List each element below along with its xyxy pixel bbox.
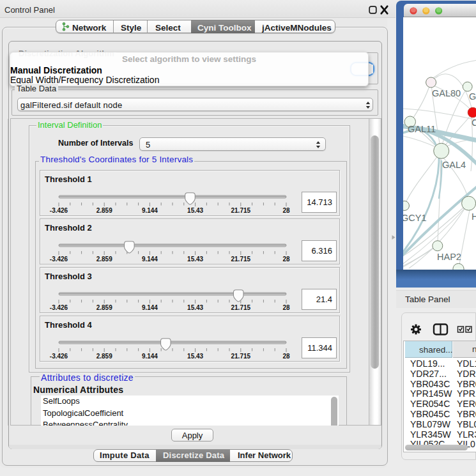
svg-text:H: H bbox=[472, 211, 476, 222]
svg-text:GAL80: GAL80 bbox=[432, 88, 461, 98]
svg-text:GAL4: GAL4 bbox=[442, 160, 466, 170]
svg-text:HAP2: HAP2 bbox=[437, 252, 461, 262]
svg-text:GCY1: GCY1 bbox=[403, 213, 427, 223]
svg-text:GAL11: GAL11 bbox=[408, 124, 436, 134]
svg-text:C: C bbox=[472, 118, 476, 128]
svg-text:GA: GA bbox=[469, 91, 476, 102]
